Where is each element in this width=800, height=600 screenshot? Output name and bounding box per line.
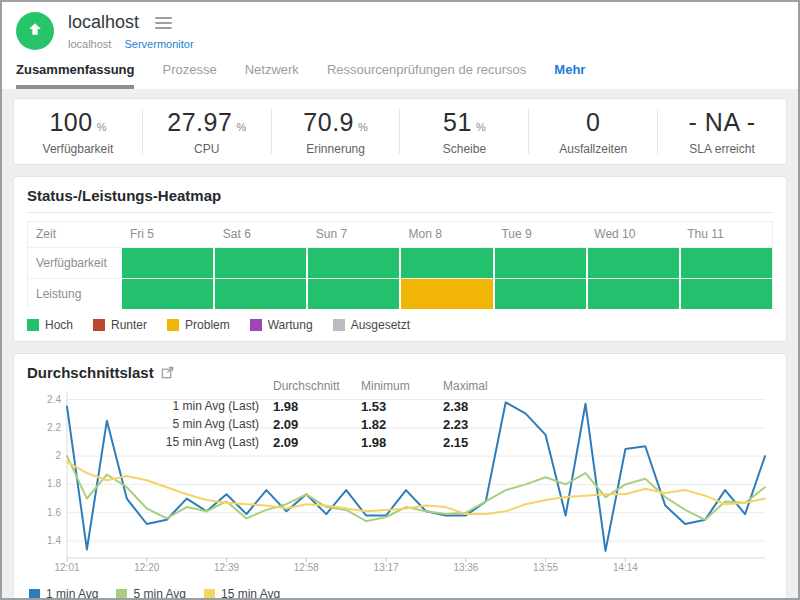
1min-swatch — [29, 589, 40, 600]
wartung-swatch — [250, 319, 262, 331]
heatmap-cell-up[interactable] — [215, 248, 306, 278]
stat-memory-value: 70.9 — [303, 108, 354, 137]
heatmap-cell-trouble[interactable] — [401, 279, 492, 309]
load-average-panel: Durchschnittslast Durchschnitt Minimum M… — [13, 353, 787, 600]
ausgesetzt-swatch — [333, 319, 345, 331]
chart-legend: 1 min Avg 5 min Avg 15 min Avg — [27, 583, 773, 600]
heatmap-title: Status-/Leistungs-Heatmap — [27, 187, 773, 213]
legend-item-5min[interactable]: 5 min Avg — [116, 587, 185, 600]
tab-prozesse[interactable]: Prozesse — [162, 62, 216, 89]
load-summary-table: Durchschnitt Minimum Maximal 1 min Avg (… — [155, 379, 529, 451]
legend-item-hoch: Hoch — [27, 318, 73, 332]
stat-disk: 51% Scheibe — [400, 109, 529, 154]
svg-text:1.4: 1.4 — [47, 535, 61, 546]
heatmap-cell-up[interactable] — [495, 248, 586, 278]
svg-text:2.2: 2.2 — [47, 422, 61, 433]
heatmap-row-performance: Leistung — [28, 278, 772, 309]
svg-text:12:20: 12:20 — [134, 562, 159, 573]
up-arrow-icon — [26, 20, 44, 42]
heatmap-cell-up[interactable] — [308, 248, 399, 278]
15min-swatch — [204, 589, 215, 600]
heatmap-cell-up[interactable] — [401, 248, 492, 278]
svg-text:14:14: 14:14 — [613, 562, 638, 573]
legend-item-wartung: Wartung — [250, 318, 313, 332]
tab-mehr[interactable]: Mehr — [554, 62, 585, 89]
stat-availability: 100% Verfügbarkeit — [14, 109, 143, 154]
legend-item-runter: Runter — [93, 318, 147, 332]
main-content: 100% Verfügbarkeit 27.97% CPU 70.9% Erin… — [2, 89, 798, 600]
hoch-swatch — [27, 319, 39, 331]
stat-disk-value: 51 — [443, 108, 472, 137]
chart-area: Durchschnitt Minimum Maximal 1 min Avg (… — [27, 383, 773, 583]
stat-cpu-value: 27.97 — [167, 108, 232, 137]
hamburger-menu-icon[interactable] — [153, 15, 174, 31]
page-header: localhost localhost Servermonitor Zusamm… — [2, 2, 798, 89]
heatmap-header-row: Zeit Fri 5 Sat 6 Sun 7 Mon 8 Tue 9 Wed 1… — [28, 222, 772, 247]
heatmap-row-availability: Verfügbarkeit — [28, 247, 772, 278]
breadcrumb-monitor-type-link[interactable]: Servermonitor — [124, 38, 193, 50]
legend-item-problem: Problem — [167, 318, 230, 332]
svg-text:12:01: 12:01 — [54, 562, 79, 573]
monitor-title: localhost — [68, 12, 139, 33]
stat-sla-value: - NA - — [689, 108, 756, 137]
tab-netzwerk[interactable]: Netzwerk — [245, 62, 299, 89]
stat-downtime-value: 0 — [586, 108, 600, 137]
heatmap-legend: Hoch Runter Problem Wartung Ausgesetzt — [27, 318, 773, 332]
svg-text:2.4: 2.4 — [47, 394, 61, 405]
heatmap-cell-up[interactable] — [495, 279, 586, 309]
svg-text:1.6: 1.6 — [47, 507, 61, 518]
svg-text:13:17: 13:17 — [374, 562, 399, 573]
heatmap-cell-up[interactable] — [588, 248, 679, 278]
stat-memory: 70.9% Erinnerung — [272, 109, 401, 154]
heatmap-cell-up[interactable] — [215, 279, 306, 309]
stats-strip: 100% Verfügbarkeit 27.97% CPU 70.9% Erin… — [13, 98, 787, 165]
heatmap-cell-up[interactable] — [308, 279, 399, 309]
monitor-status-badge[interactable] — [16, 12, 54, 50]
breadcrumb-monitor-name: localhost — [68, 38, 111, 50]
stat-cpu: 27.97% CPU — [143, 109, 272, 154]
svg-text:12:58: 12:58 — [294, 562, 319, 573]
5min-swatch — [116, 589, 127, 600]
heatmap-cell-up[interactable] — [681, 248, 772, 278]
heatmap-cell-up[interactable] — [122, 248, 213, 278]
tab-bar: Zusammenfassung Prozesse Netzwerk Ressou… — [16, 62, 784, 89]
breadcrumb: localhost Servermonitor — [68, 38, 194, 50]
svg-text:13:55: 13:55 — [533, 562, 558, 573]
legend-item-ausgesetzt: Ausgesetzt — [333, 318, 410, 332]
runter-swatch — [93, 319, 105, 331]
app-window: localhost localhost Servermonitor Zusamm… — [0, 0, 800, 600]
tab-ressourcenpruefungen[interactable]: Ressourcenprüfungen de recursos — [327, 62, 526, 89]
status-heatmap-panel: Status-/Leistungs-Heatmap Zeit Fri 5 Sat… — [13, 176, 787, 342]
svg-text:1.8: 1.8 — [47, 478, 61, 489]
legend-item-15min[interactable]: 15 min Avg — [204, 587, 280, 600]
svg-text:12:39: 12:39 — [214, 562, 239, 573]
legend-item-1min[interactable]: 1 min Avg — [29, 587, 98, 600]
heatmap-cell-up[interactable] — [681, 279, 772, 309]
stat-availability-value: 100 — [49, 108, 92, 137]
stat-sla: - NA - SLA erreicht — [658, 109, 786, 154]
stat-downtime: 0 Ausfallzeiten — [529, 109, 658, 154]
chart-title: Durchschnittslast — [27, 364, 154, 381]
svg-text:13:36: 13:36 — [453, 562, 478, 573]
tab-zusammenfassung[interactable]: Zusammenfassung — [16, 62, 134, 89]
problem-swatch — [167, 319, 179, 331]
heatmap-table: Zeit Fri 5 Sat 6 Sun 7 Mon 8 Tue 9 Wed 1… — [27, 221, 773, 309]
heatmap-cell-up[interactable] — [122, 279, 213, 309]
svg-text:2: 2 — [55, 450, 61, 461]
heatmap-cell-up[interactable] — [588, 279, 679, 309]
external-link-icon[interactable] — [161, 366, 174, 379]
